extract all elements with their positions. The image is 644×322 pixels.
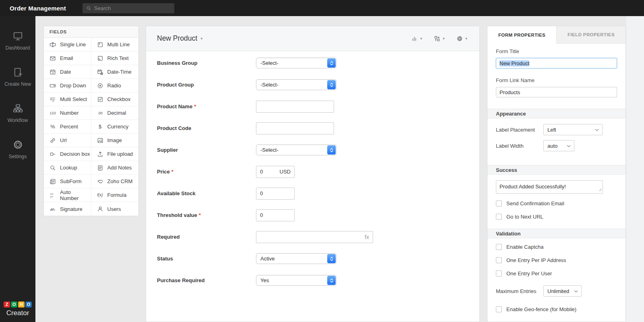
label-width-select[interactable]: auto (543, 140, 574, 151)
send-confirmation-email-checkbox[interactable] (496, 200, 502, 206)
sidebar-item-create-new[interactable]: Create New (0, 61, 35, 97)
textarea-value: Product Added Successfully! (500, 184, 566, 190)
form-name-menu[interactable]: New Product ▾ (157, 34, 202, 43)
tab-form-properties[interactable]: FORM PROPERTIES (487, 26, 556, 43)
field-type-subform[interactable]: SubForm (44, 175, 91, 188)
form-title-input[interactable]: New Product (496, 58, 617, 68)
purchase-required-select[interactable]: Yes (256, 275, 336, 286)
prop-row-label-width: Label Widthauto (496, 140, 617, 151)
sidebar-item-dashboard[interactable]: Dashboard (0, 25, 35, 61)
success-message-textarea[interactable]: Product Added Successfully! (496, 180, 603, 194)
supplier-select[interactable]: -Select- (256, 144, 336, 155)
sidebar-item-workflow[interactable]: Workflow (0, 97, 35, 134)
field-type-users[interactable]: Users (91, 202, 139, 216)
product-name-input[interactable] (256, 101, 334, 113)
form-field-row-purchase-required[interactable]: Purchase RequiredYes (157, 274, 479, 287)
prop-label: Label Placement (496, 127, 538, 133)
select-stepper-icon (327, 254, 336, 263)
form-field-row-product-group[interactable]: Product Group-Select- (157, 78, 479, 91)
form-field-row-product-name[interactable]: Product Name* (157, 100, 479, 113)
checkbox-row-enable-captcha[interactable]: Enable Captcha (496, 244, 617, 250)
enable-geo-fence-for-mobile-checkbox[interactable] (496, 306, 502, 312)
select-value: Yes (260, 277, 269, 283)
sidebar-item-label: Settings (8, 154, 27, 159)
field-type-file-upload[interactable]: File upload (91, 147, 139, 161)
search-input[interactable]: Search (83, 3, 174, 13)
field-type-multi-line[interactable]: Multi Line (91, 38, 139, 52)
checkbox-row-one-entry-per-user[interactable]: One Entry Per User (496, 270, 617, 277)
gear-menu-button[interactable]: ▾ (456, 35, 467, 42)
required-input[interactable]: fx (256, 231, 373, 243)
tab-field-properties[interactable]: FIELD PROPERTIES (556, 26, 625, 43)
form-field-row-threshold-value[interactable]: Threshold value*0 (157, 209, 479, 221)
field-type-rich-text[interactable]: Rich Text (91, 52, 139, 65)
field-type-date[interactable]: 15Date (44, 65, 91, 79)
field-type-image[interactable]: Image (91, 134, 139, 147)
available-stock-input[interactable]: 0 (256, 188, 295, 200)
resize-handle-icon[interactable] (599, 186, 602, 192)
checkbox-row-one-entry-per-ip-address[interactable]: One Entry Per IP Address (496, 257, 617, 263)
field-label: Product Name* (157, 103, 256, 109)
checkbox-row-go-to-next-url[interactable]: Go to Next URL (496, 214, 617, 220)
form-field-row-available-stock[interactable]: Available Stock0 (157, 187, 479, 200)
one-entry-per-user-checkbox[interactable] (496, 270, 502, 277)
go-to-next-url-checkbox[interactable] (496, 214, 502, 220)
business-group-select[interactable]: -Select- (256, 58, 336, 68)
field-type-lookup[interactable]: Lookup (44, 161, 91, 175)
label-placement-select[interactable]: Left (543, 124, 603, 135)
enable-captcha-checkbox[interactable] (496, 244, 502, 250)
field-type-decision-box[interactable]: Decision box (44, 147, 91, 161)
field-type-add-notes[interactable]: Add Notes (91, 161, 139, 175)
form-field-row-status[interactable]: StatusActive (157, 252, 479, 265)
status-select[interactable]: Active (256, 253, 336, 264)
form-identity-group: Form Title New Product Form Link Name Pr… (487, 43, 625, 109)
image-icon (96, 137, 104, 144)
zoho-creator-logo[interactable]: ZOHO Creator (0, 301, 35, 317)
field-type-zoho-crm[interactable]: Zoho CRM (91, 175, 139, 188)
form-builder-canvas: New Product ▾ ▾▾▾ Business Group-Select-… (146, 26, 480, 322)
field-type-label: Multi Line (107, 41, 130, 47)
field-type-percent[interactable]: %Percent (44, 120, 91, 134)
field-type-single-line[interactable]: Single Line (44, 38, 91, 52)
field-type-signature[interactable]: Signature (44, 202, 91, 216)
select-value: auto (547, 143, 557, 149)
field-type-url[interactable]: Url (44, 134, 91, 147)
rich-text-icon (96, 55, 104, 62)
threshold-value-input[interactable]: 0 (256, 209, 295, 221)
field-label: Status (157, 256, 256, 262)
maximum-entries-select[interactable]: Unlimited (543, 285, 582, 297)
form-link-name-input[interactable]: Products (496, 87, 617, 97)
price-input[interactable]: 0USD (256, 166, 295, 178)
form-field-row-price[interactable]: Price*0USD (157, 165, 479, 178)
sidebar-item-settings[interactable]: Settings (0, 134, 35, 170)
checkbox-row-send-confirmation-email[interactable]: Send Confirmation Email (496, 200, 617, 206)
form-field-row-business-group[interactable]: Business Group-Select- (157, 57, 479, 69)
select-stepper-icon (327, 145, 336, 155)
field-type-auto-number[interactable]: 12Auto Number (44, 188, 91, 202)
field-type-decimal[interactable]: .00Decimal (91, 106, 139, 120)
form-field-row-product-code[interactable]: Product Code (157, 122, 479, 134)
report-chart-menu-button[interactable]: ▾ (411, 35, 422, 42)
field-type-label: Percent (60, 124, 78, 130)
form-link-name-label: Form Link Name (496, 77, 617, 83)
field-type-checkbox[interactable]: Checkbox (91, 93, 139, 106)
field-type-drop-down[interactable]: Drop Down (44, 79, 91, 93)
field-type-radio[interactable]: Radio (91, 79, 139, 93)
form-field-row-supplier[interactable]: Supplier-Select- (157, 144, 479, 156)
product-group-select[interactable]: -Select- (256, 79, 336, 90)
field-type-formula[interactable]: f(x)Formula (91, 188, 139, 202)
checkbox-row-enable-geo-fence-for-mobile[interactable]: Enable Geo-fence (for Mobile) (496, 306, 617, 312)
field-type-email[interactable]: Email (44, 52, 91, 65)
product-code-input[interactable] (256, 122, 334, 134)
select-value: Left (547, 127, 556, 133)
field-type-date-time[interactable]: Date-Time (91, 65, 139, 79)
field-type-number[interactable]: 123Number (44, 106, 91, 120)
form-field-row-required[interactable]: Requiredfx (157, 231, 479, 243)
field-actions-menu-button[interactable]: ▾ (433, 35, 445, 42)
email-icon (49, 55, 57, 62)
one-entry-per-ip-address-checkbox[interactable] (496, 257, 502, 263)
required-asterisk: * (199, 212, 201, 218)
field-type-multi-select[interactable]: Multi Select (44, 93, 91, 106)
field-type-currency[interactable]: $Currency (91, 120, 139, 134)
checkbox-label: One Entry Per IP Address (506, 257, 566, 263)
